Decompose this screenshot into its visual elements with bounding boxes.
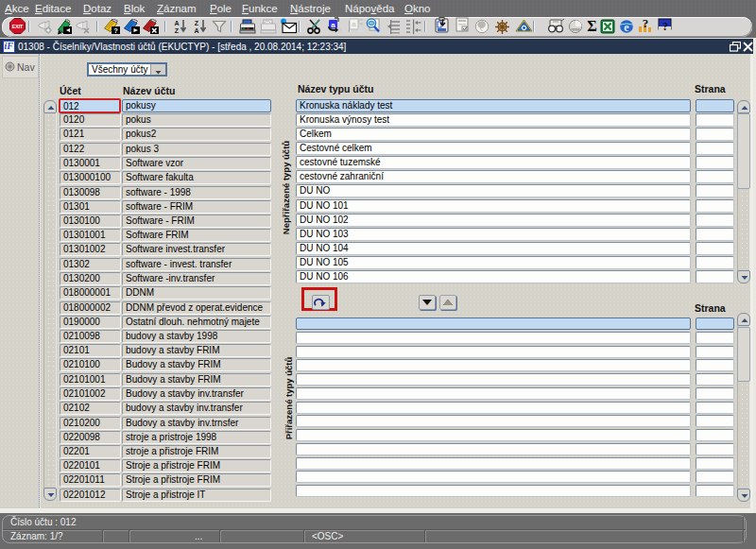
svg-text:A: A (174, 20, 179, 26)
svg-text:e: e (624, 21, 629, 34)
svg-text:a: a (331, 21, 335, 29)
svg-text:a: a (352, 20, 356, 28)
svg-text:1234: 1234 (572, 28, 579, 32)
svg-text:A: A (194, 27, 198, 34)
svg-text:EXIT: EXIT (12, 24, 24, 29)
svg-text:Z: Z (195, 20, 199, 26)
svg-text:?: ? (113, 26, 118, 35)
svg-text:Σ: Σ (587, 18, 596, 34)
svg-text:?: ? (643, 17, 649, 30)
svg-text:a: a (337, 25, 342, 33)
svg-text:Z: Z (175, 27, 180, 34)
svg-text:?: ? (662, 20, 668, 33)
svg-text:a: a (357, 25, 362, 33)
